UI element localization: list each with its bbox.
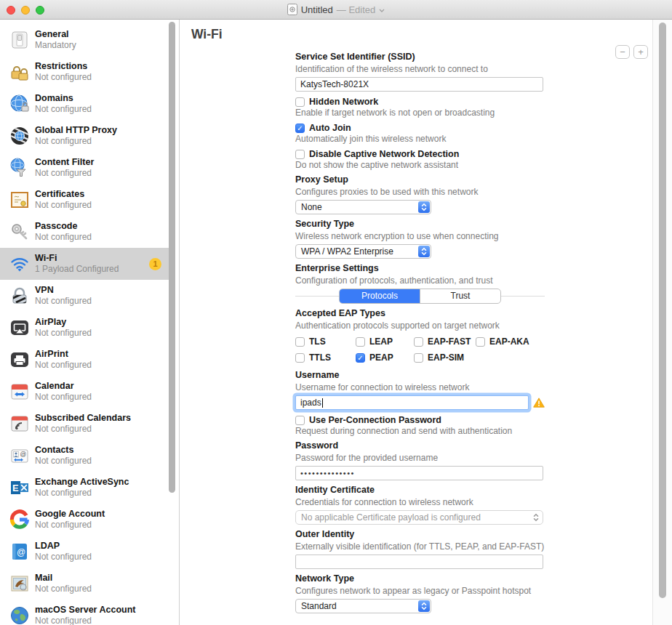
outer-identity-field-label: Outer Identity bbox=[295, 529, 545, 540]
wifi-icon bbox=[9, 254, 30, 274]
sidebar-item-label: AirPrint bbox=[35, 349, 92, 360]
sidebar-item-airplay[interactable]: AirPlayNot configured bbox=[0, 312, 169, 344]
sidebar-item-ldap[interactable]: @LDAPNot configured bbox=[0, 536, 169, 568]
vpn-icon bbox=[9, 286, 30, 306]
sidebar-item-label: Mail bbox=[35, 573, 92, 584]
add-payload-button[interactable]: + bbox=[633, 45, 648, 59]
title-chevron-icon[interactable] bbox=[379, 9, 385, 12]
segment-trust[interactable]: Trust bbox=[420, 289, 500, 303]
eap-sim-checkbox[interactable] bbox=[414, 353, 423, 363]
payload-sidebar: GeneralMandatoryRestrictionsNot configur… bbox=[0, 20, 180, 625]
sidebar-item-vpn[interactable]: VPNNot configured bbox=[0, 280, 169, 312]
username-field-label: Username bbox=[295, 370, 545, 381]
certificates-icon bbox=[9, 190, 30, 210]
sidebar-item-status: Not configured bbox=[35, 136, 117, 147]
sidebar-item-contacts[interactable]: @ContactsNot configured bbox=[0, 440, 169, 472]
password-field[interactable]: •••••••••••••• bbox=[295, 466, 543, 480]
sidebar-item-general[interactable]: GeneralMandatory bbox=[0, 24, 169, 56]
ssid-field[interactable]: KatysTech-8021X bbox=[295, 77, 543, 92]
enterprise-settings-tabs-description: Configuration of protocols, authenticati… bbox=[295, 275, 545, 286]
main-scrollbar[interactable] bbox=[659, 23, 666, 598]
username-field[interactable]: ipads bbox=[295, 395, 529, 410]
google-account-icon bbox=[9, 509, 30, 530]
network-type-popup-description: Configures network to appear as legacy o… bbox=[295, 586, 545, 596]
sidebar-item-status: Not configured bbox=[35, 232, 92, 243]
sidebar-item-label: Contacts bbox=[35, 445, 92, 456]
minimize-button[interactable] bbox=[21, 6, 30, 15]
segment-protocols[interactable]: Protocols bbox=[340, 289, 420, 303]
sidebar-item-certificates[interactable]: CertificatesNot configured bbox=[0, 184, 169, 216]
per-connection-password-checkbox[interactable] bbox=[295, 416, 305, 425]
network-type-popup[interactable]: Standard bbox=[295, 599, 431, 613]
disable-captive-network-checkbox[interactable] bbox=[295, 150, 305, 159]
sidebar-item-label: Domains bbox=[35, 93, 92, 104]
sidebar-item-status: Not configured bbox=[35, 456, 92, 467]
svg-text:@: @ bbox=[20, 451, 27, 458]
traffic-lights bbox=[7, 6, 44, 15]
sidebar-item-global-http-proxy[interactable]: Global HTTP ProxyNot configured bbox=[0, 120, 169, 152]
sidebar-item-label: Restrictions bbox=[35, 61, 92, 72]
zoom-button[interactable] bbox=[36, 6, 44, 15]
content-filter-icon bbox=[9, 158, 30, 178]
sidebar-item-macos-server-account[interactable]: macOS Server AccountNot configured bbox=[0, 600, 169, 625]
ttls-checkbox[interactable] bbox=[295, 353, 305, 363]
eap-type-peap: ✓PEAP bbox=[356, 352, 414, 363]
sidebar-item-status: Not configured bbox=[35, 200, 92, 211]
outer-identity-field-description: Externally visible identification (for T… bbox=[295, 541, 545, 552]
svg-text:@: @ bbox=[17, 547, 25, 557]
peap-checkbox[interactable]: ✓ bbox=[356, 353, 365, 363]
warning-icon bbox=[533, 398, 545, 408]
domains-icon bbox=[9, 94, 30, 114]
sidebar-item-calendar[interactable]: CalendarNot configured bbox=[0, 376, 169, 408]
hidden-network-checkbox-description: Enable if target network is not open or … bbox=[295, 108, 545, 118]
close-button[interactable] bbox=[7, 6, 15, 15]
eap-aka-checkbox[interactable] bbox=[476, 337, 485, 347]
security-type-popup[interactable]: WPA / WPA2 Enterprise bbox=[295, 244, 431, 259]
sidebar-item-restrictions[interactable]: RestrictionsNot configured bbox=[0, 56, 169, 88]
sidebar-item-status: Not configured bbox=[35, 424, 131, 435]
network-type-popup-label: Network Type bbox=[295, 573, 545, 584]
sidebar-item-label: LDAP bbox=[35, 541, 92, 552]
titlebar: Untitled — Edited bbox=[0, 0, 672, 20]
sidebar-item-status: Not configured bbox=[35, 520, 105, 531]
sidebar-item-domains[interactable]: DomainsNot configured bbox=[0, 88, 169, 120]
eap-fast-checkbox[interactable] bbox=[414, 337, 423, 347]
auto-join-checkbox[interactable]: ✓ bbox=[295, 124, 305, 133]
sidebar-item-google-account[interactable]: Google AccountNot configured bbox=[0, 504, 169, 536]
popup-arrows-icon bbox=[418, 201, 430, 213]
security-type-popup-value: WPA / WPA2 Enterprise bbox=[296, 246, 393, 257]
payload-detail-pane: Wi-Fi − + Service Set Identifier (SSID)I… bbox=[180, 20, 672, 625]
leap-checkbox[interactable] bbox=[356, 337, 365, 347]
payload-form: Service Set Identifier (SSID)Identificat… bbox=[295, 52, 545, 613]
sidebar-item-content-filter[interactable]: Content FilterNot configured bbox=[0, 152, 169, 184]
window-title-text: Untitled bbox=[301, 4, 333, 15]
sidebar-item-status: Not configured bbox=[35, 392, 92, 403]
password-field-label: Password bbox=[295, 440, 545, 451]
svg-text:E: E bbox=[12, 483, 19, 493]
sidebar-item-status: Not configured bbox=[35, 168, 94, 179]
eap-type-eap-sim: EAP-SIM bbox=[414, 352, 476, 363]
proxy-setup-popup[interactable]: None bbox=[295, 200, 431, 214]
sidebar-item-mail[interactable]: MailNot configured bbox=[0, 568, 169, 600]
sidebar-scrollbar[interactable] bbox=[169, 22, 175, 493]
proxy-setup-popup-label: Proxy Setup bbox=[295, 174, 545, 185]
identity-certificate-popup[interactable]: No applicable Certificate payload is con… bbox=[295, 510, 543, 525]
global-http-proxy-icon bbox=[9, 126, 30, 146]
hidden-network-checkbox[interactable] bbox=[295, 97, 305, 107]
identity-certificate-popup-description: Credentials for connection to wireless n… bbox=[295, 497, 545, 507]
outer-identity-field[interactable] bbox=[295, 555, 543, 569]
identity-certificate-popup-label: Identity Certificate bbox=[295, 485, 545, 496]
sidebar-item-subscribed-calendars[interactable]: Subscribed CalendarsNot configured bbox=[0, 408, 169, 440]
ssid-field-section: Service Set Identifier (SSID)Identificat… bbox=[295, 52, 545, 92]
popup-arrows-icon bbox=[418, 600, 430, 612]
sidebar-item-airprint[interactable]: AirPrintNot configured bbox=[0, 344, 169, 376]
sidebar-item-wi-fi[interactable]: Wi-Fi1 Payload Configured1 bbox=[0, 248, 169, 280]
remove-payload-button[interactable]: − bbox=[615, 45, 630, 59]
sidebar-item-label: General bbox=[35, 29, 76, 40]
sidebar-item-passcode[interactable]: PasscodeNot configured bbox=[0, 216, 169, 248]
passcode-icon bbox=[9, 222, 30, 242]
tls-checkbox[interactable] bbox=[295, 337, 305, 347]
window-title: Untitled — Edited bbox=[0, 0, 672, 19]
sidebar-item-exchange-activesync[interactable]: EExchange ActiveSyncNot configured bbox=[0, 472, 169, 504]
identity-certificate-popup-value: No applicable Certificate payload is con… bbox=[296, 512, 481, 523]
